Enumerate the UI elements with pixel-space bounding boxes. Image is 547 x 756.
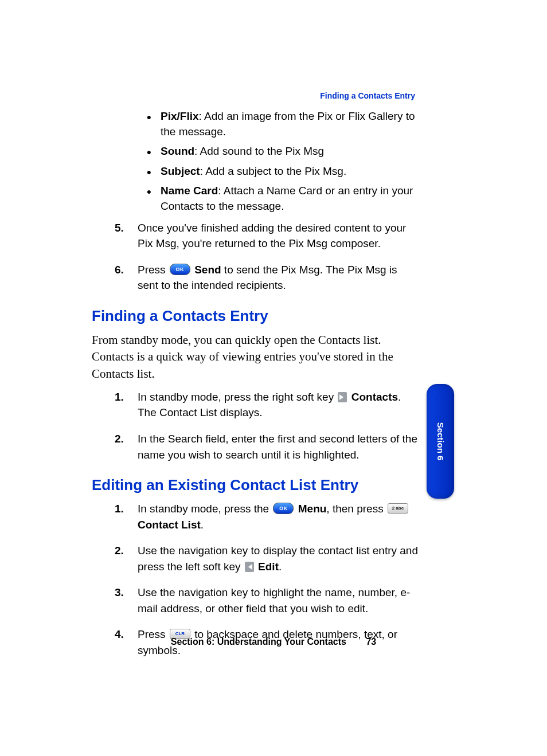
option-desc: : Add sound to the Pix Msg [194,145,324,157]
heading-finding: Finding a Contacts Entry [92,307,419,325]
step-item: In standby mode, press the OK Menu, then… [115,501,419,532]
page-footer: Section 6: Understanding Your Contacts 7… [0,637,547,647]
bold-text: Edit [258,561,279,573]
footer-section-title: Section 6: Understanding Your Contacts [171,637,346,647]
ok-button-icon: OK [170,264,190,275]
finding-intro: From standby mode, you can quickly open … [92,332,419,382]
option-item: Name Card: Attach a Name Card or an entr… [143,183,419,214]
finding-steps: In standby mode, press the right soft ke… [115,389,419,463]
option-term: Sound [161,145,194,157]
section-thumb-tab: Section 6 [427,384,454,499]
editing-steps: In standby mode, press the OK Menu, then… [115,501,419,658]
page: Finding a Contacts Entry Pix/Flix: Add a… [0,0,547,756]
option-term: Subject [161,165,200,177]
option-item: Pix/Flix: Add an image from the Pix or F… [143,109,419,139]
heading-editing: Editing an Existing Contact List Entry [92,476,419,494]
step-item: In the Search field, enter the first and… [115,431,419,463]
content-column: Pix/Flix: Add an image from the Pix or F… [92,109,419,668]
bold-text: Menu [298,503,327,515]
key-2abc-icon: 2 abc [388,503,408,514]
running-header: Finding a Contacts Entry [320,91,415,100]
bold-text: Send [194,264,221,276]
step-item: Use the navigation key to display the co… [115,543,419,574]
option-item: Sound: Add sound to the Pix Msg [143,144,419,159]
left-softkey-icon [245,562,254,572]
option-desc: : Add an image from the Pix or Flix Gall… [161,110,415,138]
page-number: 73 [366,637,376,647]
ok-button-icon: OK [273,503,294,514]
options-list: Pix/Flix: Add an image from the Pix or F… [143,109,419,214]
option-item: Subject: Add a subject to the Pix Msg. [143,164,419,179]
bold-text: Contact List [138,519,201,531]
option-desc: : Add a subject to the Pix Msg. [200,165,347,177]
step-item: Use the navigation key to highlight the … [115,585,419,616]
top-steps: Once you've finished adding the desired … [115,220,419,293]
option-term: Pix/Flix [161,110,199,122]
step-item: Press OK Send to send the Pix Msg. The P… [115,262,419,293]
section-thumb-label: Section 6 [436,422,446,461]
right-softkey-icon [338,392,347,402]
step-item: Once you've finished adding the desired … [115,220,419,252]
step-item: In standby mode, press the right soft ke… [115,389,419,421]
bold-text: Contacts [351,391,398,403]
option-term: Name Card [161,185,218,197]
